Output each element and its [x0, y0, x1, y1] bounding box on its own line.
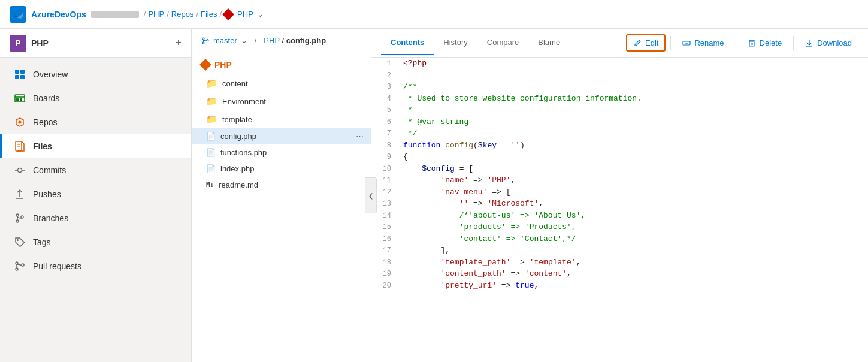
commits-icon: [14, 164, 26, 176]
add-project-button[interactable]: +: [175, 37, 182, 49]
bc-php-repo: PHP ⌄: [224, 10, 264, 19]
edit-button[interactable]: Edit: [626, 34, 666, 52]
sidebar-label-tags: Tags: [33, 237, 51, 247]
sidebar-item-overview[interactable]: Overview: [0, 62, 191, 86]
repo-root-label: PHP: [192, 55, 371, 74]
file-functions-php[interactable]: 📄 functions.php: [192, 144, 371, 161]
svg-rect-7: [20, 98, 22, 101]
file-more-button[interactable]: ⋯: [356, 132, 364, 141]
folder-environment[interactable]: 📁 Environment: [192, 92, 371, 110]
svg-rect-0: [15, 70, 19, 74]
file-name: index.php: [220, 164, 254, 173]
main-layout: P PHP + Overview Boards Repos: [0, 29, 868, 362]
bc-php[interactable]: PHP: [148, 10, 164, 19]
branch-chevron: ⌄: [241, 36, 247, 45]
sidebar-item-boards[interactable]: Boards: [0, 86, 191, 110]
bc-files[interactable]: Files: [201, 10, 217, 19]
code-row: 3 /**: [371, 81, 868, 93]
toolbar-actions: Edit Rename Delete Download: [626, 34, 858, 52]
sidebar-item-tags[interactable]: Tags: [0, 230, 191, 254]
folder-icon: 📁: [206, 96, 217, 107]
code-toolbar: Contents History Compare Blame Edit Rena…: [371, 29, 868, 58]
sidebar-item-pull-requests[interactable]: Pull requests: [0, 254, 191, 278]
folder-icon: 📁: [206, 78, 217, 89]
svg-rect-4: [15, 95, 25, 102]
code-row: 5 *: [371, 104, 868, 116]
sidebar-item-pushes[interactable]: Pushes: [0, 182, 191, 206]
sidebar-label-commits: Commits: [33, 165, 66, 175]
file-icon: 📄: [206, 148, 216, 157]
folder-template[interactable]: 📁 template: [192, 110, 371, 128]
download-icon: [805, 39, 813, 47]
collapse-pane-button[interactable]: ❮: [365, 177, 377, 213]
sidebar-label-pr: Pull requests: [33, 261, 81, 271]
tab-compare[interactable]: Compare: [477, 31, 528, 55]
bc-php-link[interactable]: PHP: [237, 10, 253, 19]
files-icon: [14, 140, 26, 152]
sidebar-item-commits[interactable]: Commits: [0, 158, 191, 182]
branch-selector[interactable]: master ⌄: [201, 36, 247, 45]
delete-icon: [748, 39, 756, 47]
tags-icon: [14, 236, 26, 248]
sidebar-item-branches[interactable]: Branches: [0, 206, 191, 230]
folder-icon: 📁: [206, 114, 217, 125]
overview-icon: [14, 68, 26, 80]
repo-diamond-icon: [199, 59, 211, 71]
svg-point-17: [16, 220, 19, 222]
download-button[interactable]: Download: [799, 35, 858, 51]
folder-content[interactable]: 📁 content: [192, 74, 371, 92]
code-row: 20 'pretty_uri' => true,: [371, 280, 868, 292]
code-row: 2: [371, 70, 868, 82]
code-row: 10 $config = [: [371, 163, 868, 175]
sidebar-label-branches: Branches: [33, 213, 68, 223]
branch-name: master: [213, 36, 237, 45]
code-row: 19 'content_path' => 'content',: [371, 268, 868, 280]
sidebar-header: P PHP +: [0, 29, 191, 58]
edit-icon: [633, 39, 642, 47]
folder-name: content: [222, 79, 248, 88]
tab-blame[interactable]: Blame: [528, 31, 570, 55]
pushes-icon: [14, 188, 26, 200]
svg-rect-1: [20, 70, 25, 74]
svg-point-8: [19, 121, 22, 124]
file-path: PHP / config.php: [264, 36, 326, 45]
folder-name: template: [222, 115, 252, 124]
pr-icon: [14, 260, 26, 272]
md-icon: M↓: [206, 181, 214, 189]
file-name: functions.php: [220, 148, 267, 157]
path-repo-link[interactable]: PHP: [264, 36, 280, 45]
sidebar: P PHP + Overview Boards Repos: [0, 29, 192, 362]
blurred-org: [91, 11, 139, 18]
delete-button[interactable]: Delete: [741, 35, 789, 51]
tab-contents[interactable]: Contents: [381, 31, 434, 55]
code-row: 9 {: [371, 151, 868, 163]
svg-point-20: [17, 239, 19, 241]
svg-rect-31: [749, 41, 754, 46]
code-row: 14 /*'about-us' => 'About Us',: [371, 210, 868, 222]
code-row: 11 'name' => 'PHP',: [371, 174, 868, 186]
sidebar-item-repos[interactable]: Repos: [0, 110, 191, 134]
code-table: 1 <?php 2 3 /** 4 * Used to store websit…: [371, 58, 868, 291]
toolbar-tabs: Contents History Compare Blame: [381, 31, 570, 55]
code-row: 1 <?php: [371, 58, 868, 70]
code-row: 15 'products' => 'Products',: [371, 221, 868, 233]
code-row: 16 'contact' => 'Contact',*/: [371, 233, 868, 245]
svg-rect-6: [16, 98, 19, 101]
sidebar-label-pushes: Pushes: [33, 189, 61, 199]
sidebar-item-files[interactable]: Files: [0, 134, 191, 158]
sidebar-label-files: Files: [33, 141, 52, 151]
file-icon: 📄: [206, 132, 216, 141]
rename-button[interactable]: Rename: [676, 35, 730, 51]
file-readme-md[interactable]: M↓ readme.md: [192, 177, 371, 193]
file-config-php[interactable]: 📄 config.php ⋯: [192, 128, 371, 144]
svg-point-12: [18, 168, 22, 173]
tab-history[interactable]: History: [434, 31, 477, 55]
svg-point-26: [202, 42, 204, 44]
bc-repos[interactable]: Repos: [171, 10, 194, 19]
code-row: 12 'nav_menu' => [: [371, 186, 868, 198]
file-index-php[interactable]: 📄 index.php: [192, 161, 371, 177]
sidebar-label-repos: Repos: [33, 117, 57, 127]
azure-label: Azure: [31, 10, 55, 19]
code-content: 1 <?php 2 3 /** 4 * Used to store websit…: [371, 58, 868, 362]
sidebar-nav: Overview Boards Repos Files: [0, 58, 191, 362]
